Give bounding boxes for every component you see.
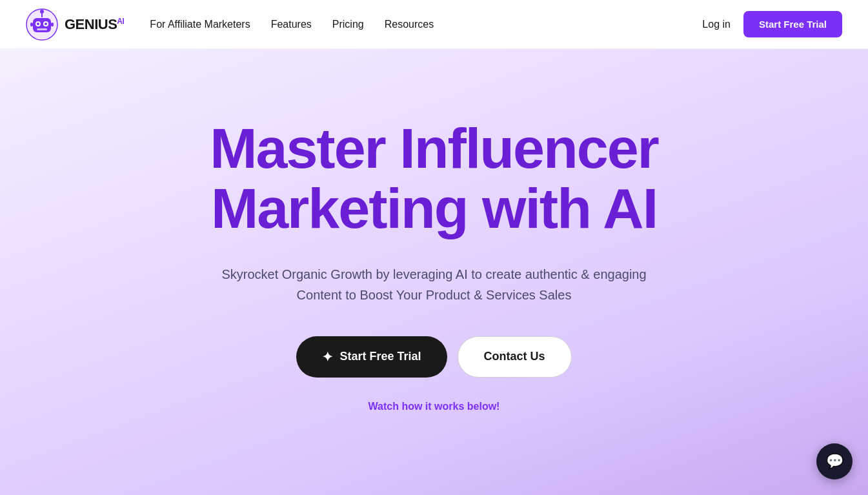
hero-title: Master Influencer Marketing with AI bbox=[210, 119, 658, 238]
logo[interactable]: GENIUSAI bbox=[26, 8, 124, 41]
hero-contact-button[interactable]: Contact Us bbox=[458, 336, 572, 378]
hero-trial-button[interactable]: ✦ Start Free Trial bbox=[296, 336, 447, 378]
nav-trial-button[interactable]: Start Free Trial bbox=[743, 11, 842, 37]
svg-rect-10 bbox=[51, 23, 54, 26]
logo-text: GENIUSAI bbox=[65, 16, 124, 33]
hero-buttons: ✦ Start Free Trial Contact Us bbox=[296, 336, 571, 378]
svg-point-2 bbox=[40, 10, 44, 14]
navbar: GENIUSAI For Affiliate Marketers Feature… bbox=[0, 0, 868, 49]
hero-trial-label: Start Free Trial bbox=[339, 350, 421, 363]
chat-button[interactable]: 💬 bbox=[816, 443, 853, 480]
svg-point-6 bbox=[37, 23, 39, 25]
navbar-right: Log in Start Free Trial bbox=[702, 11, 842, 37]
navbar-left: GENIUSAI For Affiliate Marketers Feature… bbox=[26, 8, 434, 41]
watch-link[interactable]: Watch how it works below! bbox=[368, 401, 500, 412]
hero-section: Master Influencer Marketing with AI Skyr… bbox=[0, 49, 868, 495]
svg-rect-8 bbox=[37, 28, 47, 30]
nav-link-affiliate[interactable]: For Affiliate Marketers bbox=[150, 19, 250, 30]
logo-icon bbox=[26, 8, 58, 41]
hero-subtitle: Skyrocket Organic Growth by leveraging A… bbox=[208, 264, 660, 305]
sparkle-icon: ✦ bbox=[322, 349, 333, 365]
svg-rect-9 bbox=[30, 23, 33, 26]
chat-icon: 💬 bbox=[826, 454, 843, 469]
nav-link-resources[interactable]: Resources bbox=[385, 19, 434, 30]
svg-point-7 bbox=[45, 23, 47, 25]
nav-links: For Affiliate Marketers Features Pricing… bbox=[150, 19, 434, 30]
nav-link-pricing[interactable]: Pricing bbox=[332, 19, 364, 30]
login-button[interactable]: Log in bbox=[702, 19, 731, 30]
nav-link-features[interactable]: Features bbox=[271, 19, 312, 30]
